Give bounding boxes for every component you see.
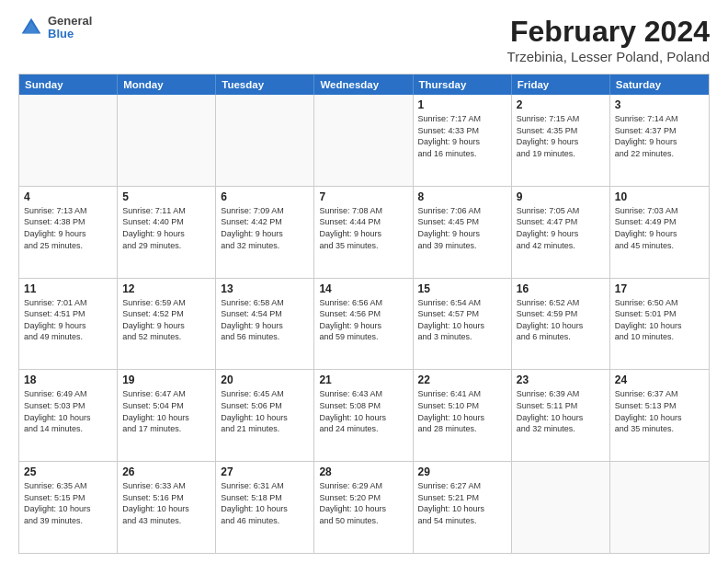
calendar-cell: 10Sunrise: 7:03 AM Sunset: 4:49 PM Dayli…: [610, 187, 709, 278]
calendar-header-cell: Sunday: [19, 75, 118, 95]
day-number: 14: [319, 282, 407, 295]
calendar-row: 4Sunrise: 7:13 AM Sunset: 4:38 PM Daylig…: [19, 186, 709, 278]
day-number: 11: [24, 282, 112, 295]
calendar-cell: 26Sunrise: 6:33 AM Sunset: 5:16 PM Dayli…: [118, 462, 216, 553]
calendar-cell: 21Sunrise: 6:43 AM Sunset: 5:08 PM Dayli…: [314, 370, 413, 461]
calendar-cell: 17Sunrise: 6:50 AM Sunset: 5:01 PM Dayli…: [610, 279, 709, 370]
day-info: Sunrise: 7:15 AM Sunset: 4:35 PM Dayligh…: [517, 113, 605, 159]
day-info: Sunrise: 6:35 AM Sunset: 5:15 PM Dayligh…: [24, 480, 112, 526]
day-info: Sunrise: 7:05 AM Sunset: 4:47 PM Dayligh…: [517, 205, 605, 251]
calendar-cell: 9Sunrise: 7:05 AM Sunset: 4:47 PM Daylig…: [512, 187, 610, 278]
day-info: Sunrise: 6:27 AM Sunset: 5:21 PM Dayligh…: [418, 480, 506, 526]
calendar-header-cell: Saturday: [610, 75, 709, 95]
logo-general: General: [48, 15, 92, 28]
main-title: February 2024: [507, 15, 710, 49]
page: General Blue February 2024 Trzebinia, Le…: [0, 0, 728, 563]
day-info: Sunrise: 7:06 AM Sunset: 4:45 PM Dayligh…: [418, 205, 506, 251]
day-info: Sunrise: 6:41 AM Sunset: 5:10 PM Dayligh…: [418, 388, 506, 434]
day-number: 7: [319, 190, 407, 203]
calendar-row: 18Sunrise: 6:49 AM Sunset: 5:03 PM Dayli…: [19, 369, 709, 461]
day-info: Sunrise: 7:01 AM Sunset: 4:51 PM Dayligh…: [24, 297, 112, 343]
day-info: Sunrise: 7:03 AM Sunset: 4:49 PM Dayligh…: [615, 205, 704, 251]
calendar-cell: 1Sunrise: 7:17 AM Sunset: 4:33 PM Daylig…: [414, 95, 512, 186]
calendar-cell: 7Sunrise: 7:08 AM Sunset: 4:44 PM Daylig…: [314, 187, 413, 278]
calendar-row: 25Sunrise: 6:35 AM Sunset: 5:15 PM Dayli…: [19, 461, 709, 553]
day-number: 18: [24, 373, 112, 386]
day-number: 26: [122, 465, 210, 478]
calendar-cell: 29Sunrise: 6:27 AM Sunset: 5:21 PM Dayli…: [414, 462, 512, 553]
day-number: 22: [418, 373, 506, 386]
calendar-cell: 8Sunrise: 7:06 AM Sunset: 4:45 PM Daylig…: [414, 187, 512, 278]
day-info: Sunrise: 6:43 AM Sunset: 5:08 PM Dayligh…: [319, 388, 407, 434]
calendar-header-cell: Friday: [512, 75, 610, 95]
day-info: Sunrise: 6:58 AM Sunset: 4:54 PM Dayligh…: [221, 297, 309, 343]
day-info: Sunrise: 6:31 AM Sunset: 5:18 PM Dayligh…: [221, 480, 309, 526]
day-number: 5: [122, 190, 210, 203]
day-number: 1: [418, 98, 506, 111]
calendar: SundayMondayTuesdayWednesdayThursdayFrid…: [18, 74, 710, 554]
day-info: Sunrise: 6:45 AM Sunset: 5:06 PM Dayligh…: [221, 388, 309, 434]
day-number: 2: [517, 98, 605, 111]
day-info: Sunrise: 6:52 AM Sunset: 4:59 PM Dayligh…: [517, 297, 605, 343]
calendar-header-cell: Monday: [118, 75, 216, 95]
logo-icon: [18, 15, 44, 40]
day-number: 3: [615, 98, 704, 111]
day-info: Sunrise: 6:39 AM Sunset: 5:11 PM Dayligh…: [517, 388, 605, 434]
day-number: 24: [615, 373, 704, 386]
calendar-header-cell: Tuesday: [216, 75, 314, 95]
day-number: 27: [221, 465, 309, 478]
logo-text: General Blue: [48, 15, 92, 41]
day-number: 20: [221, 373, 309, 386]
calendar-cell: 24Sunrise: 6:37 AM Sunset: 5:13 PM Dayli…: [610, 370, 709, 461]
calendar-cell: 28Sunrise: 6:29 AM Sunset: 5:20 PM Dayli…: [314, 462, 413, 553]
logo: General Blue: [18, 15, 92, 41]
day-number: 9: [517, 190, 605, 203]
day-number: 21: [319, 373, 407, 386]
header: General Blue February 2024 Trzebinia, Le…: [18, 15, 710, 64]
calendar-cell: 16Sunrise: 6:52 AM Sunset: 4:59 PM Dayli…: [512, 279, 610, 370]
day-number: 13: [221, 282, 309, 295]
day-number: 10: [615, 190, 704, 203]
day-number: 19: [122, 373, 210, 386]
day-number: 12: [122, 282, 210, 295]
calendar-row: 1Sunrise: 7:17 AM Sunset: 4:33 PM Daylig…: [19, 95, 709, 186]
day-info: Sunrise: 7:09 AM Sunset: 4:42 PM Dayligh…: [221, 205, 309, 251]
day-number: 29: [418, 465, 506, 478]
day-info: Sunrise: 7:14 AM Sunset: 4:37 PM Dayligh…: [615, 113, 704, 159]
calendar-header: SundayMondayTuesdayWednesdayThursdayFrid…: [19, 75, 709, 95]
logo-blue: Blue: [48, 28, 92, 40]
calendar-header-cell: Thursday: [414, 75, 512, 95]
day-number: 8: [418, 190, 506, 203]
day-number: 23: [517, 373, 605, 386]
calendar-cell: 19Sunrise: 6:47 AM Sunset: 5:04 PM Dayli…: [118, 370, 216, 461]
calendar-cell: 6Sunrise: 7:09 AM Sunset: 4:42 PM Daylig…: [216, 187, 314, 278]
day-info: Sunrise: 6:50 AM Sunset: 5:01 PM Dayligh…: [615, 297, 704, 343]
calendar-cell: 27Sunrise: 6:31 AM Sunset: 5:18 PM Dayli…: [216, 462, 314, 553]
calendar-cell: [610, 462, 709, 553]
day-info: Sunrise: 6:54 AM Sunset: 4:57 PM Dayligh…: [418, 297, 506, 343]
day-info: Sunrise: 6:59 AM Sunset: 4:52 PM Dayligh…: [122, 297, 210, 343]
calendar-cell: 5Sunrise: 7:11 AM Sunset: 4:40 PM Daylig…: [118, 187, 216, 278]
calendar-cell: 4Sunrise: 7:13 AM Sunset: 4:38 PM Daylig…: [19, 187, 118, 278]
day-info: Sunrise: 7:17 AM Sunset: 4:33 PM Dayligh…: [418, 113, 506, 159]
calendar-row: 11Sunrise: 7:01 AM Sunset: 4:51 PM Dayli…: [19, 278, 709, 370]
day-number: 6: [221, 190, 309, 203]
calendar-cell: 12Sunrise: 6:59 AM Sunset: 4:52 PM Dayli…: [118, 279, 216, 370]
subtitle: Trzebinia, Lesser Poland, Poland: [507, 49, 710, 64]
calendar-cell: 3Sunrise: 7:14 AM Sunset: 4:37 PM Daylig…: [610, 95, 709, 186]
calendar-cell: 23Sunrise: 6:39 AM Sunset: 5:11 PM Dayli…: [512, 370, 610, 461]
day-info: Sunrise: 6:37 AM Sunset: 5:13 PM Dayligh…: [615, 388, 704, 434]
day-info: Sunrise: 6:33 AM Sunset: 5:16 PM Dayligh…: [122, 480, 210, 526]
day-info: Sunrise: 6:56 AM Sunset: 4:56 PM Dayligh…: [319, 297, 407, 343]
day-info: Sunrise: 6:29 AM Sunset: 5:20 PM Dayligh…: [319, 480, 407, 526]
calendar-cell: [512, 462, 610, 553]
calendar-header-cell: Wednesday: [314, 75, 413, 95]
day-number: 17: [615, 282, 704, 295]
calendar-cell: 14Sunrise: 6:56 AM Sunset: 4:56 PM Dayli…: [314, 279, 413, 370]
day-info: Sunrise: 7:08 AM Sunset: 4:44 PM Dayligh…: [319, 205, 407, 251]
calendar-cell: 18Sunrise: 6:49 AM Sunset: 5:03 PM Dayli…: [19, 370, 118, 461]
calendar-cell: 2Sunrise: 7:15 AM Sunset: 4:35 PM Daylig…: [512, 95, 610, 186]
day-number: 4: [24, 190, 112, 203]
calendar-cell: 15Sunrise: 6:54 AM Sunset: 4:57 PM Dayli…: [414, 279, 512, 370]
day-info: Sunrise: 7:11 AM Sunset: 4:40 PM Dayligh…: [122, 205, 210, 251]
